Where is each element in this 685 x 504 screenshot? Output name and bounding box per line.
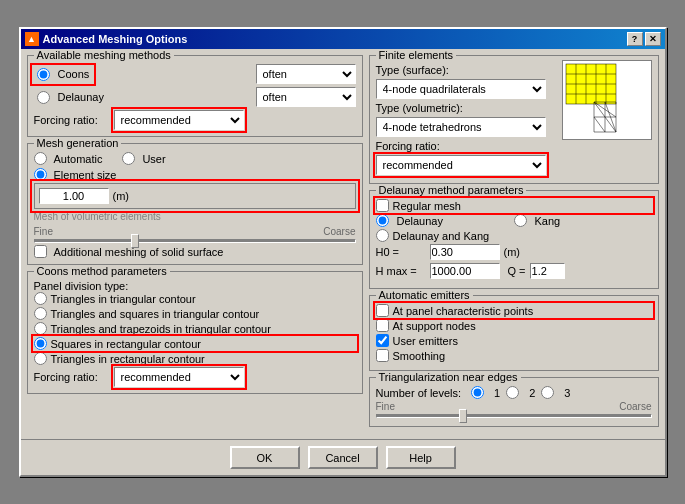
element-size-input[interactable] bbox=[39, 188, 109, 204]
coons-radio-group: Coons bbox=[34, 67, 93, 82]
at-panel-row: At panel characteristic points bbox=[376, 304, 652, 317]
right-slider-thumb[interactable] bbox=[459, 409, 467, 423]
meshing-methods-content: Coons often sometimes never Delaunay bbox=[34, 64, 356, 130]
fine-coarse-container: Fine Coarse bbox=[34, 226, 356, 243]
at-panel-checkbox[interactable] bbox=[376, 304, 389, 317]
level1-radio[interactable] bbox=[471, 386, 484, 399]
panel-radio-0[interactable] bbox=[34, 292, 47, 305]
fe-forcing-select-row: recommended low medium bbox=[376, 155, 552, 175]
fe-volumetric-dropdown[interactable]: 4-node tetrahedrons 10-node tetrahedrons bbox=[376, 117, 546, 137]
delaunay-option: Delaunay bbox=[376, 214, 514, 227]
close-button[interactable]: ✕ bbox=[645, 32, 661, 46]
slider-track[interactable] bbox=[34, 239, 356, 243]
automatic-radio[interactable] bbox=[34, 152, 47, 165]
additional-checkbox[interactable] bbox=[34, 245, 47, 258]
levels-row: Number of levels: 1 2 3 bbox=[376, 386, 652, 399]
help-btn[interactable]: Help bbox=[386, 446, 456, 469]
panel-label-4: Triangles in rectangular contour bbox=[51, 353, 205, 365]
panel-radio-4[interactable] bbox=[34, 352, 47, 365]
panel-opt-2: Triangles and trapezoids in triangular c… bbox=[34, 322, 356, 335]
fe-selects: Type (surface): 4-node quadrilaterals 3-… bbox=[376, 60, 552, 177]
bottom-forcing-dropdown[interactable]: recommended low medium high bbox=[114, 367, 244, 387]
right-coarse-label: Coarse bbox=[619, 401, 651, 412]
at-support-checkbox[interactable] bbox=[376, 319, 389, 332]
panel-opt-1: Triangles and squares in triangular cont… bbox=[34, 307, 356, 320]
coons-dropdown[interactable]: often sometimes never bbox=[256, 64, 356, 84]
panel-label-0: Triangles in triangular contour bbox=[51, 293, 196, 305]
panel-opt-3: Squares in rectangular contour bbox=[34, 337, 356, 350]
level2-label: 2 bbox=[529, 387, 535, 399]
title-buttons: ? ✕ bbox=[627, 32, 661, 46]
right-slider-labels: Fine Coarse bbox=[376, 401, 652, 412]
regular-mesh-checkbox[interactable] bbox=[376, 199, 389, 212]
h0-unit: (m) bbox=[504, 246, 521, 258]
smoothing-checkbox[interactable] bbox=[376, 349, 389, 362]
q-label: Q = bbox=[508, 265, 526, 277]
delaunay-kang-row: Delaunay Kang bbox=[376, 214, 652, 227]
cancel-button[interactable]: Cancel bbox=[308, 446, 378, 469]
user-radio[interactable] bbox=[122, 152, 135, 165]
element-size-box: (m) bbox=[34, 183, 356, 209]
svg-line-14 bbox=[594, 117, 605, 132]
fe-surface-select-row: 4-node quadrilaterals 3-node triangles bbox=[376, 79, 552, 99]
coarse-label: Coarse bbox=[323, 226, 355, 237]
fe-surface-dropdown[interactable]: 4-node quadrilaterals 3-node triangles bbox=[376, 79, 546, 99]
user-label: User bbox=[142, 153, 165, 165]
fe-forcing-dropdown[interactable]: recommended low medium bbox=[376, 155, 546, 175]
ok-button[interactable]: OK bbox=[230, 446, 300, 469]
fe-surface-row: Type (surface): bbox=[376, 64, 552, 76]
regular-mesh-row: Regular mesh bbox=[376, 199, 652, 212]
title-bar: ▲ Advanced Meshing Options ? ✕ bbox=[21, 29, 665, 49]
fine-label: Fine bbox=[34, 226, 53, 237]
level3-label: 3 bbox=[564, 387, 570, 399]
hmax-input[interactable] bbox=[430, 263, 500, 279]
additional-row: Additional meshing of solid surface bbox=[34, 245, 356, 258]
mesh-generation-title: Mesh generation bbox=[34, 137, 122, 149]
delaunay-kang-radio[interactable] bbox=[376, 229, 389, 242]
coons-radio[interactable] bbox=[37, 68, 50, 81]
slider-thumb[interactable] bbox=[131, 234, 139, 248]
delaunay-row: Delaunay often sometimes never bbox=[34, 87, 356, 107]
h0-input[interactable] bbox=[430, 244, 500, 260]
panel-radio-2[interactable] bbox=[34, 322, 47, 335]
panel-opt-0: Triangles in triangular contour bbox=[34, 292, 356, 305]
forcing-ratio-label: Forcing ratio: bbox=[34, 114, 114, 126]
at-support-label: At support nodes bbox=[393, 320, 476, 332]
element-size-radio[interactable] bbox=[34, 168, 47, 181]
h0-label: H0 = bbox=[376, 246, 426, 258]
right-slider-track[interactable] bbox=[376, 414, 652, 418]
level2-radio[interactable] bbox=[506, 386, 519, 399]
fe-volumetric-select-row: 4-node tetrahedrons 10-node tetrahedrons bbox=[376, 117, 552, 137]
coons-row: Coons often sometimes never bbox=[34, 64, 356, 84]
delaunay-radio[interactable] bbox=[37, 91, 50, 104]
forcing-ratio-row: Forcing ratio: recommended low medium hi… bbox=[34, 110, 356, 130]
delaunay-radio-del[interactable] bbox=[376, 214, 389, 227]
q-input[interactable] bbox=[530, 263, 565, 279]
meshing-methods-title: Available meshing methods bbox=[34, 49, 174, 61]
element-size-unit: (m) bbox=[113, 190, 130, 202]
panel-radio-1[interactable] bbox=[34, 307, 47, 320]
delaunay-kang-combined: Delaunay and Kang bbox=[376, 229, 652, 242]
triangularization-content: Number of levels: 1 2 3 Fine bbox=[376, 386, 652, 418]
kang-radio[interactable] bbox=[514, 214, 527, 227]
delaunay-params-title: Delaunay method parameters bbox=[376, 184, 527, 196]
kang-label: Kang bbox=[535, 215, 561, 227]
mesh-generation-content: Automatic User Element size bbox=[34, 152, 356, 258]
bottom-buttons: OK Cancel Help bbox=[21, 439, 665, 475]
at-support-row: At support nodes bbox=[376, 319, 652, 332]
user-option: User bbox=[122, 152, 165, 165]
coons-label: Coons bbox=[58, 68, 90, 80]
auto-emitters-group: Automatic emitters At panel characterist… bbox=[369, 295, 659, 371]
user-emitters-row: User emitters bbox=[376, 334, 652, 347]
level3-radio[interactable] bbox=[541, 386, 554, 399]
fe-surface-label: Type (surface): bbox=[376, 64, 486, 76]
panel-label-3: Squares in rectangular contour bbox=[51, 338, 201, 350]
delaunay-dropdown[interactable]: often sometimes never bbox=[256, 87, 356, 107]
user-emitters-checkbox[interactable] bbox=[376, 334, 389, 347]
forcing-ratio-dropdown[interactable]: recommended low medium high bbox=[114, 110, 244, 130]
element-size-radio-row: Element size bbox=[34, 168, 356, 181]
panel-radio-3[interactable] bbox=[34, 337, 47, 350]
bottom-forcing-ratio-row: Forcing ratio: recommended low medium hi… bbox=[34, 367, 356, 387]
title-bar-left: ▲ Advanced Meshing Options bbox=[25, 32, 188, 46]
help-button[interactable]: ? bbox=[627, 32, 643, 46]
